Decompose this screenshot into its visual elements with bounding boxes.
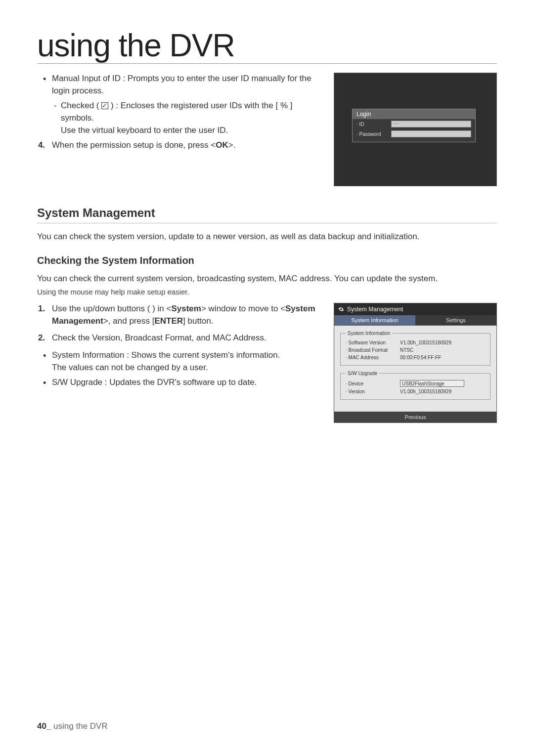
sys-panel-titlebar: System Management [334, 303, 496, 315]
step-1-e: >, and press [ [103, 316, 154, 326]
section-system-management-intro: You can check the system version, update… [37, 230, 497, 243]
step-4-text-a: When the permission setup is done, press… [52, 140, 216, 150]
step-1-enter: ENTER [154, 316, 183, 326]
login-id-label: · ID [356, 122, 391, 127]
step-4-ok: OK [216, 140, 228, 150]
row-software-version-value: V1.00h_100315180929 [400, 340, 485, 345]
dash-checked: Checked ( ) : Encloses the registered us… [61, 100, 322, 136]
checkbox-icon [101, 102, 108, 109]
subsection-checking-sysinfo-title: Checking the System Information [37, 255, 497, 266]
row-version-value: V1.00h_100315180929 [400, 389, 485, 394]
bullet-manual-input-text: Manual Input of ID : Prompts you to ente… [52, 74, 311, 95]
footer-page-number: 40_ [37, 721, 51, 731]
bullet-sysinfo: System Information : Shows the current s… [52, 349, 322, 374]
bullet-sw-upgrade-text: S/W Upgrade : Updates the DVR's software… [52, 378, 257, 387]
step-1-number: 1. [38, 303, 45, 315]
login-password-input[interactable] [391, 130, 471, 137]
row-mac-address-value: 00:00:F0:54:FF:FF [400, 355, 485, 360]
bullet-sw-upgrade: S/W Upgrade : Updates the DVR's software… [52, 377, 322, 389]
previous-button[interactable]: Previous [334, 412, 496, 422]
dash-checked-pre: Checked ( [61, 101, 99, 110]
step-2: 2. Check the Version, Broadcast Format, … [52, 332, 322, 344]
bullet-manual-input: Manual Input of ID : Prompts you to ente… [52, 73, 322, 136]
bullet-sysinfo-a: System Information : Shows the current s… [52, 350, 280, 360]
group-sw-upgrade-legend: S/W Upgrade [346, 371, 379, 376]
step-1-c: > window to move to < [201, 304, 285, 313]
tab-system-information[interactable]: System Information [334, 315, 415, 326]
step-1-system: System [171, 304, 201, 313]
sys-panel-title: System Management [347, 306, 403, 313]
step-1: 1. Use the up/down buttons ( ) in <Syste… [52, 303, 322, 327]
subsection-checking-sysinfo-intro: You can check the current system version… [37, 272, 497, 285]
group-system-information: System Information · Software Version V1… [340, 331, 490, 366]
step-1-g: ] button. [183, 316, 213, 326]
login-dialog-title: Login [353, 109, 475, 119]
tab-settings[interactable]: Settings [415, 315, 496, 326]
system-management-screenshot: System Management System Information Set… [334, 303, 497, 423]
step-4: 4. When the permission setup is done, pr… [52, 139, 322, 152]
step-1-a: Use the up/down buttons ( ) in < [52, 304, 171, 313]
row-version-label: · Version [346, 389, 400, 394]
step-2-text: Check the Version, Broadcast Format, and… [52, 333, 267, 342]
step-2-number: 2. [38, 332, 45, 344]
login-id-input[interactable]: ····· [391, 121, 471, 127]
subsection-mouse-note: Using the mouse may help make setup easi… [37, 288, 497, 296]
page-title: using the DVR [37, 30, 497, 63]
device-select[interactable]: USB2FlashStorage [400, 380, 464, 387]
step-4-number: 4. [38, 139, 45, 152]
section-system-management-title: System Management [37, 206, 497, 223]
row-mac-address-label: · MAC Address [346, 355, 400, 360]
step-4-text-c: >. [228, 140, 236, 150]
gear-icon [338, 306, 344, 312]
dash-checked-line2: Use the virtual keyboard to enter the us… [61, 126, 228, 135]
group-system-information-legend: System Information [346, 331, 392, 336]
row-software-version-label: · Software Version [346, 340, 400, 345]
login-dialog: Login · ID ····· · Password [352, 109, 476, 142]
login-password-label: · Password [356, 131, 391, 137]
row-broadcast-format-value: NTSC [400, 347, 485, 353]
footer-page-text: using the DVR [53, 721, 108, 731]
page-footer: 40_ using the DVR [37, 721, 108, 731]
bullet-sysinfo-b: The values can not be changed by a user. [52, 363, 208, 372]
title-wrap: using the DVR [37, 30, 497, 64]
row-device-label: · Device [346, 381, 400, 386]
group-sw-upgrade: S/W Upgrade · Device USB2FlashStorage · … [340, 371, 490, 400]
row-broadcast-format-label: · Broadcast Format [346, 347, 400, 353]
login-screenshot: Login · ID ····· · Password [334, 73, 497, 186]
